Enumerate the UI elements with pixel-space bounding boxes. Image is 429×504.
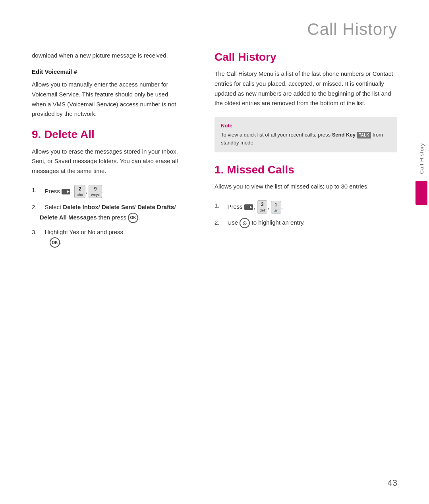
key-9wxyz: 9 wxyz [89,185,102,198]
voicemail-body: Allows you to manually enter the access … [32,80,183,119]
missed-calls-title: 1. Missed Calls [214,164,397,176]
send-key-label: Send Key [332,132,356,138]
key-2abc: 2 abc [74,185,85,198]
note-text: To view a quick list of all your recent … [221,131,391,147]
delete-all-steps: 1. Press , 2 abc, 9 wxyz. 2. Select Dele… [32,185,183,248]
ok-btn-icon: OK [128,213,138,223]
right-column: Call History The Call History Menu is a … [203,47,397,504]
delete-all-title: 9. Delete All [32,128,183,141]
step-2: 2. Select Delete Inbox/ Delete Sent/ Del… [32,202,183,223]
page: Call History download when a new picture… [0,0,429,504]
mc-step-1: 1. Press , 3 def, 1 🔊. [214,200,397,214]
menu-arrow-icon-2 [244,204,253,210]
side-tab-label: Call History [419,139,425,178]
side-tab: Call History [414,139,429,205]
bottom-rule [382,474,406,474]
page-header: Call History [0,0,429,47]
send-key-badge: TALK [357,132,371,139]
page-number: 43 [388,478,397,488]
delete-all-body: Allows you to erase the messages stored … [32,147,183,176]
note-box: Note To view a quick list of all your re… [214,117,397,152]
note-text-before: To view a quick list of all your recent … [221,132,330,138]
nav-btn-icon: ⊙ [240,218,250,228]
mc-step-2: 2. Use ⊙ to highlight an entry. [214,217,397,228]
call-history-title: Call History [214,51,397,63]
missed-calls-steps: 1. Press , 3 def, 1 🔊. 2. Use ⊙ to highl… [214,200,397,228]
main-content: download when a new picture message is r… [0,47,429,504]
missed-calls-body: Allows you to view the list of missed ca… [214,182,397,192]
step-1: 1. Press , 2 abc, 9 wxyz. [32,185,183,198]
key-3def: 3 def [257,200,267,214]
note-label: Note [221,123,391,129]
call-history-body: The Call History Menu is a list of the l… [214,69,397,108]
step-3: 3. Highlight Yes or No and press OK. [32,227,183,248]
ok-btn-icon-2: OK [50,237,60,248]
key-1ab: 1 🔊 [271,201,281,214]
side-tab-bar [415,181,427,205]
intro-text: download when a new picture message is r… [32,51,183,60]
menu-arrow-icon [62,189,70,194]
voicemail-heading: Edit Voicemail # [32,68,183,75]
left-column: download when a new picture message is r… [32,47,203,504]
